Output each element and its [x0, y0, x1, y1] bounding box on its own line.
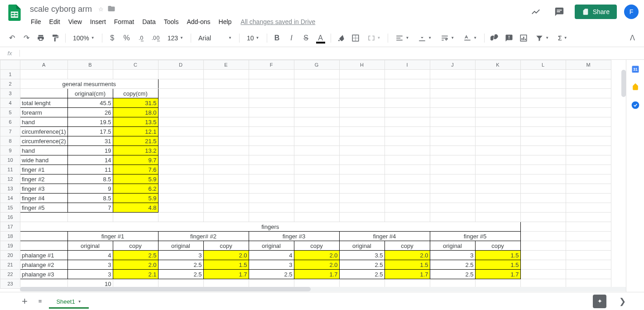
cell-K4[interactable]: [475, 98, 520, 108]
redo-icon[interactable]: ↷: [20, 32, 33, 44]
cell-G19[interactable]: copy: [294, 241, 339, 251]
cell-L18[interactable]: [520, 232, 566, 241]
menu-format[interactable]: Format: [111, 16, 138, 27]
cell-M18[interactable]: [566, 232, 611, 241]
menu-help[interactable]: Help: [215, 16, 235, 27]
cell-G10[interactable]: [294, 155, 339, 165]
cell-I6[interactable]: [384, 117, 430, 127]
cell-D6[interactable]: [158, 117, 203, 127]
cell-G21[interactable]: 2.0: [294, 260, 339, 270]
cell-K10[interactable]: [475, 155, 520, 165]
cell-I12[interactable]: [384, 174, 430, 184]
cell-I16[interactable]: [384, 213, 430, 222]
cell-I3[interactable]: [384, 89, 430, 98]
cell-A21[interactable]: phalange #2: [20, 260, 68, 270]
cell-I4[interactable]: [384, 98, 430, 108]
cell-B11[interactable]: 11: [67, 165, 113, 174]
cell-M15[interactable]: [566, 203, 611, 213]
cell-J16[interactable]: [430, 213, 475, 222]
cell-D5[interactable]: [158, 108, 203, 117]
filter-icon[interactable]: ▼: [532, 32, 553, 44]
cell-L14[interactable]: [520, 194, 566, 203]
move-folder-icon[interactable]: [107, 5, 115, 14]
cell-G8[interactable]: [294, 136, 339, 146]
cell-G14[interactable]: [294, 194, 339, 203]
cell-F7[interactable]: [249, 127, 294, 136]
cell-E1[interactable]: [203, 70, 249, 79]
cell-D8[interactable]: [158, 136, 203, 146]
menu-insert[interactable]: Insert: [87, 16, 110, 27]
cell-K21[interactable]: 1.5: [475, 260, 520, 270]
sheet-tab-sheet1[interactable]: Sheet1 ▼: [49, 294, 88, 309]
cell-H3[interactable]: [339, 89, 384, 98]
row-header-15[interactable]: 15: [0, 203, 20, 213]
cell-F14[interactable]: [249, 194, 294, 203]
cell-G2[interactable]: [294, 79, 339, 89]
col-header-K[interactable]: K: [475, 60, 520, 70]
cell-E7[interactable]: [203, 127, 249, 136]
cell-A1[interactable]: [20, 70, 68, 79]
cell-A15[interactable]: finger #5: [20, 203, 68, 213]
cell-B5[interactable]: 26: [67, 108, 113, 117]
horizontal-scrollbar[interactable]: [20, 286, 626, 292]
cell-L7[interactable]: [520, 127, 566, 136]
currency-icon[interactable]: $: [106, 32, 119, 44]
cell-J4[interactable]: [430, 98, 475, 108]
cell-B22[interactable]: 3: [67, 270, 113, 279]
cell-F5[interactable]: [249, 108, 294, 117]
cell-K14[interactable]: [475, 194, 520, 203]
cell-E12[interactable]: [203, 174, 249, 184]
cell-D9[interactable]: [158, 146, 203, 155]
cell-K20[interactable]: 1.5: [475, 251, 520, 260]
star-icon[interactable]: ☆: [98, 6, 104, 13]
cell-J21[interactable]: 2.5: [430, 260, 475, 270]
cell-L20[interactable]: [520, 251, 566, 260]
col-header-C[interactable]: C: [113, 60, 158, 70]
cell-F4[interactable]: [249, 98, 294, 108]
cell-F1[interactable]: [249, 70, 294, 79]
menu-tools[interactable]: Tools: [160, 16, 183, 27]
row-header-21[interactable]: 21: [0, 260, 20, 270]
cell-A18[interactable]: [20, 232, 68, 241]
cell-L13[interactable]: [520, 184, 566, 194]
cell-M10[interactable]: [566, 155, 611, 165]
cell-A2[interactable]: general mesurments: [20, 79, 159, 89]
cell-D11[interactable]: [158, 165, 203, 174]
cell-H9[interactable]: [339, 146, 384, 155]
keep-icon[interactable]: [631, 82, 640, 92]
cell-A8[interactable]: circumference(2): [20, 136, 68, 146]
cell-G16[interactable]: [294, 213, 339, 222]
spreadsheet-grid[interactable]: ABCDEFGHIJKLM12general mesurments3origin…: [0, 60, 626, 292]
cell-L4[interactable]: [520, 98, 566, 108]
cell-A19[interactable]: [20, 241, 68, 251]
col-header-J[interactable]: J: [430, 60, 475, 70]
cell-D21[interactable]: 2.5: [158, 260, 203, 270]
cell-H6[interactable]: [339, 117, 384, 127]
col-header-D[interactable]: D: [158, 60, 203, 70]
cell-K12[interactable]: [475, 174, 520, 184]
cell-M19[interactable]: [566, 241, 611, 251]
row-header-14[interactable]: 14: [0, 194, 20, 203]
cell-K19[interactable]: copy: [475, 241, 520, 251]
cell-K22[interactable]: 1.7: [475, 270, 520, 279]
cell-I1[interactable]: [384, 70, 430, 79]
cell-M16[interactable]: [566, 213, 611, 222]
row-header-6[interactable]: 6: [0, 117, 20, 127]
cell-J15[interactable]: [430, 203, 475, 213]
cell-B7[interactable]: 17.5: [67, 127, 113, 136]
menu-edit[interactable]: Edit: [46, 16, 64, 27]
cell-C22[interactable]: 2.1: [113, 270, 158, 279]
cell-F13[interactable]: [249, 184, 294, 194]
cell-L11[interactable]: [520, 165, 566, 174]
zoom-select[interactable]: 100%▼: [69, 33, 98, 44]
cell-F3[interactable]: [249, 89, 294, 98]
cell-L12[interactable]: [520, 174, 566, 184]
cell-B16[interactable]: [67, 213, 113, 222]
cell-H16[interactable]: [339, 213, 384, 222]
cell-J20[interactable]: 3: [430, 251, 475, 260]
cell-G15[interactable]: [294, 203, 339, 213]
cell-F15[interactable]: [249, 203, 294, 213]
menu-addons[interactable]: Add-ons: [183, 16, 214, 27]
borders-icon[interactable]: [349, 32, 362, 44]
cell-A22[interactable]: phalange #3: [20, 270, 68, 279]
